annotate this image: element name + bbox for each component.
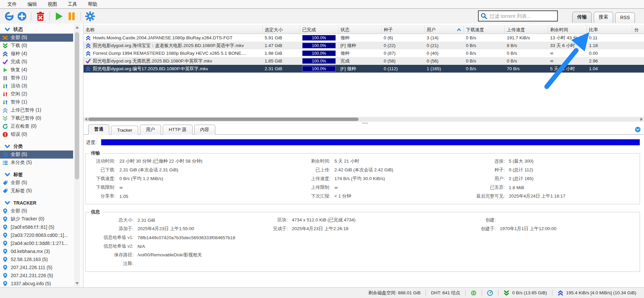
table-row[interactable]: 阳光电影dygod.org.编号17.2025.BD.1080P.中英双字.mk… <box>84 65 644 73</box>
connection-status[interactable] <box>466 290 482 296</box>
sidebar-item-3-1[interactable]: 缺少 Tracker (0) <box>0 215 73 223</box>
menu-item-2[interactable]: 视图 <box>42 0 62 8</box>
transfer-label-1-0: 已下载: <box>86 166 115 174</box>
tab-search[interactable]: 搜索 <box>594 12 613 23</box>
details-tab-4[interactable]: 内容 <box>194 125 215 135</box>
torrent-filter-input[interactable] <box>489 13 555 19</box>
column-header-6[interactable]: 下载速度 <box>464 26 505 34</box>
sidebar-item-0-4[interactable]: 恢复 (4) <box>0 66 73 74</box>
info-label-2-1 <box>268 233 288 242</box>
alt-speed-limits[interactable] <box>482 290 498 296</box>
sidebar-item-0-3[interactable]: 完成 (5) <box>0 58 73 66</box>
column-header-8[interactable]: 剩余时间 <box>548 26 587 34</box>
sidebar-item-1-1[interactable]: 未分类 (5) <box>0 159 73 167</box>
delete-torrent-button[interactable] <box>35 10 46 22</box>
sidebar-scrollbar[interactable] <box>74 24 80 287</box>
cell-value: 13 小时 43 分 <box>550 35 578 41</box>
sidebar-item-3-2[interactable]: [2a0f:e586:f:f::81] (5) <box>0 223 73 231</box>
free-disk-space[interactable]: 剩余磁盘空间: 888.01 GiB <box>363 290 426 296</box>
scroll-up-icon[interactable] <box>75 26 79 29</box>
sidebar-item-1-0[interactable]: 全部 (5) <box>0 151 73 159</box>
hscrollbar-thumb[interactable] <box>88 118 359 121</box>
transfer-label-1-2: 种子: <box>463 166 505 174</box>
column-header-5[interactable]: 用户 <box>425 26 464 34</box>
sidebar-item-2-0[interactable]: 全部 (5) <box>0 179 73 187</box>
menu-item-1[interactable]: 编辑 <box>22 0 42 8</box>
sidebar-item-0-10[interactable]: 下载已暂停 (0) <box>0 114 73 122</box>
resume-button[interactable] <box>53 10 64 22</box>
sidebar-item-3-7[interactable]: 207.241.226.111 (5) <box>0 263 73 271</box>
menu-item-4[interactable]: 帮助 <box>83 0 103 8</box>
sidebar-item-0-6[interactable]: 活动 (3) <box>0 82 73 90</box>
link-icon <box>4 11 14 21</box>
column-header-0[interactable]: 名称 <box>84 26 263 34</box>
table-row[interactable]: Forrest Gump 1994 REMASTERED 1080p BluRa… <box>84 49 644 57</box>
updown-red-icon <box>2 91 8 97</box>
details-tab-0[interactable]: 普通 <box>88 124 109 135</box>
sidebar-item-3-4[interactable]: [2a04:ac00:1:3dd8::1:271... <box>0 239 73 247</box>
transfer-value-1-2: 0 (总计 112) <box>505 166 640 174</box>
shuffle-icon <box>2 35 8 41</box>
table-row[interactable]: 阳光电影dygod.org.海绵宝宝：皮老板大电影.2025.BD.1080P.… <box>84 42 644 49</box>
sidebar-item-0-1[interactable]: 下载 (0) <box>0 42 73 50</box>
add-torrent-link-button[interactable] <box>3 10 15 22</box>
sidebar-item-0-11[interactable]: 正在检查 (0) <box>0 122 73 130</box>
table-row[interactable]: Howls.Moving.Castle.2004.JAPANESE.1080p.… <box>84 34 644 42</box>
column-header-9[interactable]: 比率 <box>587 26 632 34</box>
sidebar-item-0-5[interactable]: 暂停 (1) <box>0 74 73 82</box>
transfer-label-4-0: 分享率: <box>86 192 115 201</box>
sidebar-section-header-3[interactable]: TRACKER <box>0 199 73 207</box>
dht-nodes[interactable]: DHT: 641 结点 <box>426 290 465 296</box>
sidebar-item-0-12[interactable]: 错误 (0) <box>0 130 73 138</box>
sidebar-item-0-0[interactable]: 全部 (5) <box>0 34 73 42</box>
add-torrent-file-button[interactable] <box>16 10 28 22</box>
pause-button[interactable] <box>66 10 77 22</box>
details-tab-2[interactable]: 用户 <box>140 125 161 135</box>
global-upload[interactable]: 195.4 KiB/s [4.0 MiB/s] (10.34 GiB) <box>552 290 641 296</box>
cell-9: 0.11 <box>587 35 632 40</box>
sidebar-item-3-0[interactable]: 全部 (5) <box>0 207 73 215</box>
sidebar-section-header-0[interactable]: 状态 <box>0 26 73 34</box>
info-value-4-2 <box>496 251 640 259</box>
sidebar-item-3-9[interactable]: 1337.abcvg.info (5) <box>0 280 73 287</box>
cell-value: 0 B/s <box>466 43 476 48</box>
menu-item-0[interactable]: 文件 <box>2 0 22 8</box>
sidebar-item-2-1[interactable]: 无标签 (5) <box>0 187 73 195</box>
table-row[interactable]: 阳光电影dygod.org.无痛凯恩.2025.BD.1080P.中英双字.mk… <box>84 57 644 65</box>
details-tab-3[interactable]: HTTP 源 <box>163 125 192 135</box>
tab-rss[interactable]: RSS <box>615 12 635 23</box>
column-header-10[interactable]: 分 <box>632 26 644 34</box>
sidebar-section-header-1[interactable]: 分类 <box>0 142 73 151</box>
menu-item-3[interactable]: 工具 <box>62 0 83 8</box>
column-header-7[interactable]: 上传速度 <box>505 26 548 34</box>
sidebar-item-0-7[interactable]: 空闲 (2) <box>0 90 73 98</box>
column-header-2[interactable]: 已完成 <box>300 26 338 34</box>
cell-7: 0 B/s <box>505 51 548 56</box>
settings-button[interactable] <box>84 10 96 22</box>
scroll-left-icon[interactable] <box>85 118 87 121</box>
sidebar-item-3-8[interactable]: 207.241.231.226 (5) <box>0 271 73 280</box>
collapse-details-button[interactable] <box>635 127 641 132</box>
sidebar-item-0-8[interactable]: 暂停 (1) <box>0 98 73 106</box>
sidebar-item-0-9[interactable]: 上传已暂停 (1) <box>0 106 73 114</box>
transfer-value-4-2: 2025年4月24日 上午1:18:17 <box>505 192 640 201</box>
column-header-1[interactable]: 选定大小 <box>263 26 300 34</box>
global-download[interactable]: 0 B/s (13.65 GiB) <box>498 290 552 296</box>
scrollbar-thumb[interactable] <box>75 32 79 179</box>
column-header-4[interactable]: 种子 <box>382 26 425 34</box>
info-legend: 信息 <box>89 209 102 215</box>
sidebar-item-3-3[interactable]: [2a03:7220:8083:cd00::1]... <box>0 231 73 239</box>
sidebar-item-0-2[interactable]: 做种 (4) <box>0 50 73 58</box>
scroll-down-icon[interactable] <box>75 282 79 285</box>
sidebar-section-title: 分类 <box>13 143 23 150</box>
info-value-0-1: 4734 x 512.0 KiB (已完成 4734) <box>288 216 415 224</box>
sidebar-section-header-2[interactable]: 标签 <box>0 171 73 179</box>
check-icon <box>2 59 8 65</box>
sidebar-item-3-6[interactable]: 52.58.128.163 (5) <box>0 255 73 263</box>
column-header-3[interactable]: 状态 <box>338 26 382 34</box>
tab-transfers[interactable]: 传输 <box>572 12 592 23</box>
details-tab-1[interactable]: Tracker <box>111 126 138 135</box>
details-tabs: 普通Tracker用户HTTP 源内容 <box>84 124 644 135</box>
sidebar-item-3-5[interactable]: 0d.kebhana.mx (3) <box>0 247 73 255</box>
scroll-right-icon[interactable] <box>640 118 643 121</box>
